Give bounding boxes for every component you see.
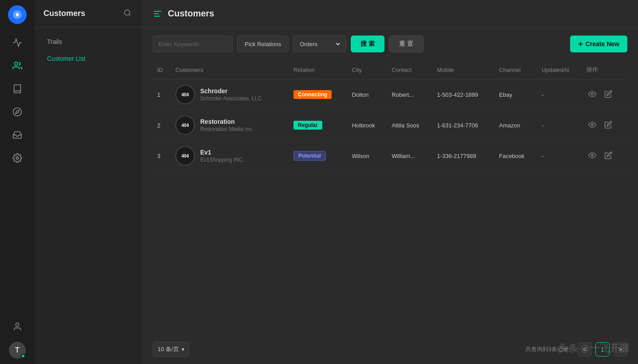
cell-city: Dolton: [348, 79, 388, 110]
customer-avatar: 404: [175, 146, 195, 166]
svg-point-5: [16, 323, 19, 326]
cell-city: Holbrook: [348, 110, 388, 141]
customer-name: Schroder: [200, 87, 262, 95]
col-channel: Channel: [495, 60, 537, 79]
orders-select[interactable]: Orders: [298, 40, 341, 48]
sidebar-item-customer-list[interactable]: Customer List: [38, 51, 139, 67]
keyword-input[interactable]: [153, 36, 233, 52]
cell-city: Wilson: [348, 141, 388, 171]
svg-point-6: [124, 10, 130, 15]
svg-line-7: [129, 14, 130, 16]
cell-actions: [582, 141, 627, 171]
svg-point-2: [13, 108, 21, 116]
create-new-button[interactable]: + Create New: [570, 36, 627, 52]
pick-relations-button[interactable]: Pick Relations: [237, 36, 289, 52]
nav-inbox[interactable]: [8, 125, 27, 145]
cell-mobile: 1-631-234-7706: [432, 110, 495, 141]
col-contact: Contact: [387, 60, 432, 79]
svg-point-1: [15, 62, 18, 65]
top-bar-icon: [153, 9, 162, 19]
reset-button[interactable]: 重 置: [389, 36, 424, 52]
nav-settings[interactable]: [8, 148, 27, 168]
nav-user-profile[interactable]: [8, 317, 27, 336]
nav-activity[interactable]: [8, 33, 27, 52]
pagination-bar: 10 条/页 ▾ 共查询到3条记录 < 1 >: [142, 335, 638, 364]
orders-select-wrapper[interactable]: Orders: [293, 36, 346, 52]
cell-channel: Ebay: [495, 79, 537, 110]
table-row: 3 404 Ev1 Ev1Shopping INC. Potential Wil…: [153, 141, 627, 171]
toolbar: Pick Relations Orders 搜 索 重 置 + Create N…: [142, 28, 638, 60]
customer-sub: Ev1Shopping INC.: [200, 157, 244, 163]
cell-channel: Facebook: [495, 141, 537, 171]
cell-customer: 404 Ev1 Ev1Shopping INC.: [171, 141, 289, 171]
user-avatar[interactable]: T: [9, 342, 26, 359]
relation-badge: Potential: [293, 151, 326, 161]
col-mobile: Mobile: [432, 60, 495, 79]
view-button[interactable]: [586, 119, 598, 132]
col-actions: 操作: [582, 60, 627, 79]
main-content: Customers Pick Relations Orders 搜 索 重 置 …: [142, 0, 638, 364]
page-size-label: 10 条/页: [158, 345, 179, 353]
cell-relation: Regular: [289, 110, 348, 141]
relation-badge: Connecting: [293, 90, 332, 99]
relation-badge: Regular: [293, 121, 322, 130]
cell-contact: William...: [387, 141, 432, 171]
page-size-select-wrapper[interactable]: 10 条/页 ▾: [153, 342, 189, 357]
next-page-button[interactable]: >: [613, 342, 627, 356]
cell-relation: Connecting: [289, 79, 348, 110]
view-button[interactable]: [586, 150, 598, 162]
total-records-text: 共查询到3条记录: [193, 345, 569, 353]
customer-sub: Restoration Media Inc.: [200, 126, 254, 132]
svg-point-12: [591, 123, 594, 126]
plus-icon: +: [578, 40, 583, 48]
table-header-row: ID Customers Relation City Contact Mobil…: [153, 60, 627, 79]
nav-book[interactable]: [8, 79, 27, 99]
col-id: ID: [153, 60, 171, 79]
sidebar-bottom: T: [8, 317, 27, 359]
col-relation: Relation: [289, 60, 348, 79]
view-button[interactable]: [586, 88, 598, 101]
prev-page-button[interactable]: <: [578, 342, 592, 356]
wide-sidebar: Customers Trails Customer List: [35, 0, 142, 364]
sidebar-search-btn[interactable]: [122, 7, 133, 20]
cell-id: 1: [153, 79, 171, 110]
svg-point-13: [591, 154, 594, 156]
customer-name: Restoration: [200, 118, 254, 125]
customer-avatar: 404: [175, 115, 195, 135]
customer-name: Ev1: [200, 149, 244, 156]
cell-contact: Robert...: [387, 79, 432, 110]
col-customers: Customers: [171, 60, 289, 79]
cell-updated-at: -: [537, 110, 582, 141]
table-row: 2 404 Restoration Restoration Media Inc.…: [153, 110, 627, 141]
svg-point-4: [16, 157, 19, 159]
col-updated-at: UpdatedAt: [537, 60, 582, 79]
cell-contact: Attila Soos: [387, 110, 432, 141]
edit-button[interactable]: [602, 150, 614, 162]
customer-avatar: 404: [175, 85, 195, 104]
nav-users[interactable]: [8, 56, 27, 75]
table-row: 1 404 Schroder Schroder Associates, LLC …: [153, 79, 627, 110]
cell-customer: 404 Schroder Schroder Associates, LLC: [171, 79, 289, 110]
table-wrapper: ID Customers Relation City Contact Mobil…: [142, 60, 638, 335]
cell-channel: Amazon: [495, 110, 537, 141]
cell-updated-at: -: [537, 141, 582, 171]
cell-actions: [582, 79, 627, 110]
app-logo[interactable]: [8, 5, 27, 24]
cell-relation: Potential: [289, 141, 348, 171]
cell-mobile: 1-336-2177989: [432, 141, 495, 171]
sidebar-nav: Trails Customer List: [35, 28, 142, 73]
cell-customer: 404 Restoration Restoration Media Inc.: [171, 110, 289, 141]
cell-id: 2: [153, 110, 171, 141]
nav-compass[interactable]: [8, 102, 27, 122]
edit-button[interactable]: [602, 119, 614, 132]
sidebar-header: Customers: [35, 0, 142, 28]
chevron-down-icon: ▾: [182, 346, 184, 352]
search-button[interactable]: 搜 索: [351, 36, 384, 52]
cell-updated-at: -: [537, 79, 582, 110]
edit-button[interactable]: [602, 88, 614, 101]
col-city: City: [348, 60, 388, 79]
current-page-btn[interactable]: 1: [595, 342, 610, 356]
sidebar-title: Customers: [44, 9, 85, 18]
svg-marker-3: [16, 110, 19, 114]
sidebar-item-trails[interactable]: Trails: [38, 34, 139, 50]
